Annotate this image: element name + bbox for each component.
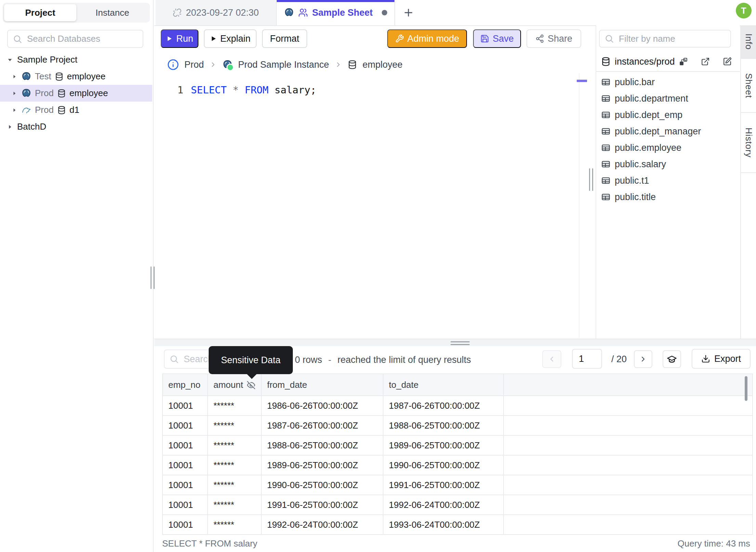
page-number-input[interactable] bbox=[572, 349, 602, 369]
caret-down-icon[interactable] bbox=[6, 56, 14, 64]
avatar[interactable]: T bbox=[736, 3, 752, 18]
schema-panel-resize-handle[interactable] bbox=[589, 168, 593, 191]
share-button[interactable]: Share bbox=[526, 29, 581, 48]
table-list-item[interactable]: public.dept_manager bbox=[596, 123, 740, 140]
results-footer: SELECT * FROM salary Query time: 43 ms bbox=[154, 537, 756, 552]
right-tab-sheet[interactable]: Sheet bbox=[741, 59, 756, 113]
format-button[interactable]: Format bbox=[262, 29, 307, 48]
search-icon bbox=[13, 34, 22, 44]
table-filter-input[interactable] bbox=[618, 33, 726, 44]
table-name: public.title bbox=[615, 192, 656, 202]
table-cell: 1991-06-25T00:00:00Z bbox=[261, 495, 383, 515]
sheet-tab-unsaved[interactable]: 2023-09-27 02:30 bbox=[156, 0, 277, 25]
schema-diagram-icon[interactable] bbox=[679, 57, 688, 66]
caret-right-icon[interactable] bbox=[11, 107, 18, 114]
results-resize-divider[interactable] bbox=[154, 339, 756, 346]
table-row: 10001******1987-06-26T00:00:00Z1988-06-2… bbox=[162, 416, 753, 435]
table-cell: 1987-06-26T00:00:00Z bbox=[261, 416, 383, 435]
export-label: Export bbox=[714, 354, 741, 364]
table-icon bbox=[601, 110, 611, 120]
run-label: Run bbox=[176, 34, 193, 44]
admin-mode-button[interactable]: Admin mode bbox=[387, 29, 467, 48]
prev-page-button[interactable] bbox=[542, 350, 561, 368]
editor-ruler bbox=[579, 73, 579, 338]
tree-database-row[interactable]: Testemployee bbox=[0, 68, 152, 85]
database-search-input[interactable] bbox=[26, 33, 138, 44]
breadcrumb-environment[interactable]: Prod bbox=[184, 60, 204, 70]
table-cell: 1989-06-25T00:00:00Z bbox=[383, 435, 504, 455]
table-cell: ****** bbox=[208, 515, 261, 535]
chevron-right-icon bbox=[335, 61, 342, 68]
database-name: employee bbox=[67, 71, 106, 82]
table-list-item[interactable]: public.employee bbox=[596, 140, 740, 156]
tab-instance[interactable]: Instance bbox=[76, 4, 148, 21]
breadcrumb: Prod Prod Sample Instance employee bbox=[167, 57, 403, 73]
table-name: public.dept_emp bbox=[615, 110, 682, 120]
tree-database-row[interactable]: Prodd1 bbox=[0, 102, 152, 118]
postgresql-icon bbox=[21, 88, 31, 98]
table-cell bbox=[504, 416, 753, 435]
edit-icon[interactable] bbox=[723, 57, 732, 66]
breadcrumb-database[interactable]: employee bbox=[363, 60, 403, 70]
table-cell: 10001 bbox=[162, 396, 208, 416]
external-link-icon[interactable] bbox=[701, 57, 710, 66]
new-tab-button[interactable] bbox=[401, 5, 416, 20]
table-cell: 10001 bbox=[162, 515, 208, 535]
caret-right-icon[interactable] bbox=[11, 73, 18, 80]
save-button[interactable]: Save bbox=[473, 29, 521, 48]
query-time-text: Query time: 43 ms bbox=[678, 538, 750, 549]
code-token: * bbox=[233, 84, 238, 96]
play-icon bbox=[166, 35, 173, 42]
tab-project[interactable]: Project bbox=[4, 4, 76, 21]
breadcrumb-instance[interactable]: Prod Sample Instance bbox=[238, 60, 329, 70]
next-page-button[interactable] bbox=[634, 350, 652, 368]
results-table: emp_noamountfrom_dateto_date 10001******… bbox=[162, 373, 753, 535]
project-label: BatchD bbox=[17, 121, 46, 132]
code-token: salary; bbox=[269, 84, 316, 96]
format-label: Format bbox=[270, 34, 299, 44]
tree-project-row[interactable]: BatchD bbox=[0, 118, 152, 135]
unlink-icon bbox=[173, 8, 182, 17]
tree-database-row[interactable]: Prodemployee bbox=[0, 85, 152, 102]
right-tab-info[interactable]: Info bbox=[741, 25, 756, 59]
table-list-item[interactable]: public.department bbox=[596, 90, 740, 107]
save-label: Save bbox=[493, 34, 514, 44]
table-cell bbox=[504, 396, 753, 416]
table-row: 10001******1989-06-25T00:00:00Z1990-06-2… bbox=[162, 455, 753, 475]
table-icon bbox=[601, 192, 611, 202]
table-list-item[interactable]: public.title bbox=[596, 189, 740, 205]
sql-editor-app: Project Instance Sample ProjectTestemplo… bbox=[0, 0, 756, 552]
chevron-right-icon bbox=[209, 61, 217, 68]
sheet-tab-active[interactable]: Sample Sheet bbox=[277, 0, 395, 25]
tree-project-row[interactable]: Sample Project bbox=[0, 51, 152, 68]
schema-path-label: instances/prod bbox=[615, 56, 675, 67]
environment-label: Prod bbox=[35, 105, 54, 115]
export-button[interactable]: Export bbox=[692, 349, 751, 369]
caret-right-icon[interactable] bbox=[6, 123, 14, 131]
active-tab-accent bbox=[277, 0, 394, 2]
table-cell: 1992-06-24T00:00:00Z bbox=[383, 495, 504, 515]
editor-line-number: 1 bbox=[170, 84, 183, 96]
table-list-item[interactable]: public.t1 bbox=[596, 172, 740, 189]
table-cell: 1988-06-25T00:00:00Z bbox=[261, 435, 383, 455]
table-cell: ****** bbox=[208, 475, 261, 495]
run-button[interactable]: Run bbox=[161, 29, 198, 48]
table-list-item[interactable]: public.bar bbox=[596, 74, 740, 90]
results-scrollbar[interactable] bbox=[745, 376, 747, 401]
table-cell: 1988-06-25T00:00:00Z bbox=[383, 416, 504, 435]
editor-code-line[interactable]: SELECT * FROM salary; bbox=[191, 84, 316, 96]
code-token: SELECT bbox=[191, 84, 227, 96]
sidebar-tab-switcher: Project Instance bbox=[3, 3, 150, 23]
table-list-item[interactable]: public.dept_emp bbox=[596, 107, 740, 123]
masking-level-button[interactable] bbox=[663, 350, 681, 368]
caret-right-icon[interactable] bbox=[11, 90, 18, 97]
sidebar-resize-handle[interactable] bbox=[151, 266, 155, 289]
divider-handle[interactable] bbox=[451, 341, 470, 345]
code-token bbox=[227, 84, 233, 96]
explain-button[interactable]: Explain bbox=[204, 29, 257, 48]
info-icon[interactable] bbox=[167, 59, 179, 70]
table-list-item[interactable]: public.salary bbox=[596, 156, 740, 172]
eye-off-icon[interactable] bbox=[247, 381, 256, 390]
schema-panel: instances/prod public.barpublic.departme… bbox=[596, 25, 740, 339]
right-tab-history[interactable]: History bbox=[741, 113, 756, 173]
